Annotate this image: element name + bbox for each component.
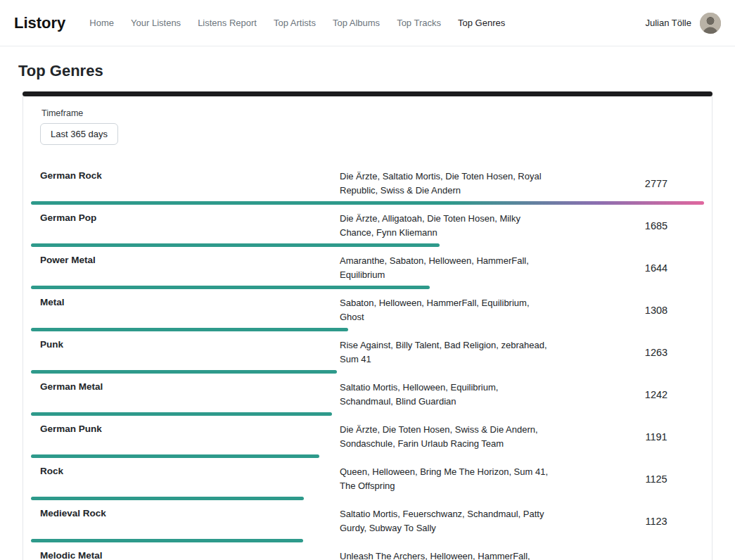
- genre-progress-bar: [31, 328, 704, 331]
- genre-row: Punk Rise Against, Billy Talent, Bad Rel…: [40, 333, 695, 374]
- genre-row: Metal Sabaton, Helloween, HammerFall, Eq…: [40, 291, 695, 331]
- genre-row: German Rock Die Ärzte, Saltatio Mortis, …: [40, 165, 695, 205]
- genre-artists: Die Ärzte, Alligatoah, Die Toten Hosen, …: [340, 212, 552, 240]
- person-icon: [700, 13, 721, 34]
- genre-progress-fill: [31, 497, 304, 500]
- nav-link-your-listens[interactable]: Your Listens: [122, 12, 189, 34]
- brand-logo[interactable]: Listory: [14, 14, 65, 32]
- genre-count: 1644: [618, 262, 695, 274]
- genre-row: German Pop Die Ärzte, Alligatoah, Die To…: [40, 207, 695, 247]
- top-navbar: Listory HomeYour ListensListens ReportTo…: [0, 0, 735, 46]
- genre-artists: Amaranthe, Sabaton, Helloween, HammerFal…: [340, 254, 552, 282]
- genre-list: German Rock Die Ärzte, Saltatio Mortis, …: [40, 165, 695, 560]
- genre-progress-bar: [31, 201, 704, 205]
- genre-name: Power Metal: [40, 254, 340, 265]
- genre-count: 2777: [618, 178, 695, 189]
- nav-link-listens-report[interactable]: Listens Report: [189, 12, 265, 34]
- genre-row: Melodic Metal Unleash The Archers, Hello…: [40, 545, 695, 560]
- genre-name: Rock: [40, 465, 340, 476]
- genre-artists: Sabaton, Helloween, HammerFall, Equilibr…: [340, 296, 552, 324]
- genre-row: Rock Queen, Helloween, Bring Me The Hori…: [40, 460, 695, 500]
- genre-artists: Queen, Helloween, Bring Me The Horizon, …: [340, 465, 552, 493]
- nav-link-top-genres[interactable]: Top Genres: [449, 12, 513, 34]
- nav-link-top-artists[interactable]: Top Artists: [265, 12, 324, 34]
- genre-progress-bar: [31, 539, 704, 542]
- timeframe-label: Timeframe: [41, 108, 695, 118]
- genre-progress-bar: [31, 286, 704, 289]
- genre-row: German Punk Die Ärzte, Die Toten Hosen, …: [40, 418, 695, 458]
- genre-progress-fill: [31, 539, 303, 542]
- main-nav: HomeYour ListensListens ReportTop Artist…: [81, 12, 645, 34]
- genre-progress-fill: [31, 286, 430, 289]
- genre-progress-bar: [31, 370, 704, 374]
- timeframe-select[interactable]: Last 365 days: [40, 123, 118, 145]
- nav-link-home[interactable]: Home: [81, 12, 122, 34]
- genre-count: 1263: [618, 347, 695, 358]
- genre-progress-fill: [31, 454, 319, 458]
- genre-progress-bar: [31, 243, 704, 247]
- genre-progress-fill: [31, 201, 704, 205]
- genre-artists: Die Ärzte, Die Toten Hosen, Swiss & Die …: [340, 423, 552, 451]
- genre-artists: Rise Against, Billy Talent, Bad Religion…: [340, 338, 552, 367]
- nav-link-top-albums[interactable]: Top Albums: [324, 12, 388, 34]
- genre-count: 1308: [618, 305, 695, 316]
- genre-artists: Saltatio Mortis, Feuerschwanz, Schandmau…: [340, 507, 552, 535]
- genre-row: Medieval Rock Saltatio Mortis, Feuerschw…: [40, 502, 695, 542]
- genre-name: Metal: [40, 296, 340, 307]
- genre-name: German Metal: [40, 381, 340, 392]
- genre-count: 1685: [618, 220, 695, 231]
- genre-count: 1125: [618, 473, 695, 485]
- genre-count: 1191: [618, 431, 695, 443]
- genre-artists: Die Ärzte, Saltatio Mortis, Die Toten Ho…: [340, 170, 552, 198]
- user-name[interactable]: Julian Tölle: [645, 18, 691, 28]
- genre-progress-bar: [31, 454, 704, 458]
- genre-name: German Rock: [40, 170, 340, 181]
- genre-artists: Unleash The Archers, Helloween, HammerFa…: [340, 549, 552, 560]
- genre-progress-fill: [31, 370, 337, 374]
- genre-name: Punk: [40, 338, 340, 350]
- genre-progress-fill: [31, 412, 332, 416]
- user-avatar[interactable]: [700, 13, 721, 34]
- genre-name: Melodic Metal: [40, 549, 340, 560]
- genre-progress-fill: [31, 328, 348, 331]
- genres-card: Timeframe Last 365 days German Rock Die …: [23, 91, 712, 560]
- genre-name: Medieval Rock: [40, 507, 340, 518]
- nav-link-top-tracks[interactable]: Top Tracks: [388, 12, 449, 34]
- genre-progress-bar: [31, 497, 704, 500]
- genre-row: German Metal Saltatio Mortis, Helloween,…: [40, 376, 695, 416]
- card-top-bar: [23, 91, 712, 96]
- genre-progress-fill: [31, 243, 440, 247]
- genre-artists: Saltatio Mortis, Helloween, Equilibrium,…: [340, 381, 552, 409]
- genre-name: German Punk: [40, 423, 340, 434]
- genre-count: 1242: [618, 389, 695, 400]
- page-title: Top Genres: [18, 62, 717, 80]
- user-area: Julian Tölle: [645, 13, 721, 34]
- genre-name: German Pop: [40, 212, 340, 223]
- genre-count: 1123: [618, 516, 695, 527]
- genre-row: Power Metal Amaranthe, Sabaton, Hellowee…: [40, 249, 695, 289]
- genre-progress-bar: [31, 412, 704, 416]
